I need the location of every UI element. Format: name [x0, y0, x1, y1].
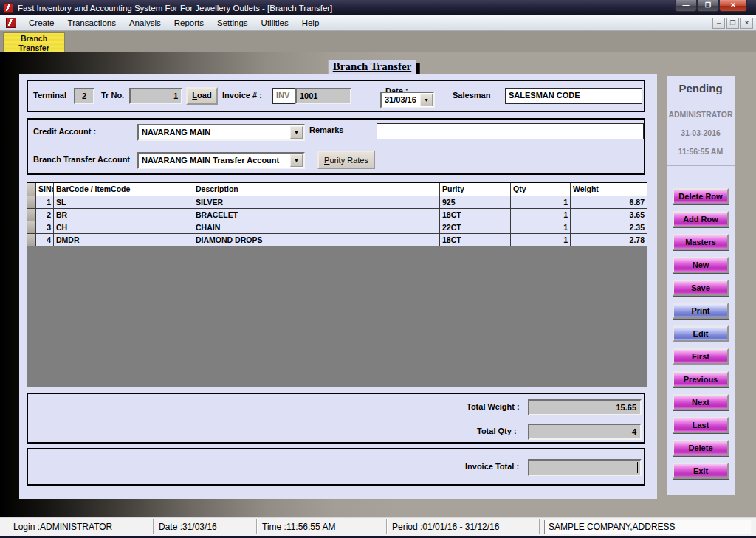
grid-cell-weight[interactable]: 3.65 [571, 209, 647, 221]
grid-cell-weight[interactable]: 6.87 [571, 196, 647, 208]
grid-cell-description[interactable]: DIAMOND DROPS [193, 234, 440, 246]
grid-cell-qty[interactable]: 1 [511, 196, 571, 208]
menu-item-settings[interactable]: Settings [210, 16, 255, 30]
grid-cell-purity[interactable]: 18CT [440, 234, 511, 246]
date-value: 31/03/16 [385, 95, 416, 104]
statusbar-login: Login :ADMINISTRATOR [13, 522, 112, 532]
row-selector[interactable] [27, 209, 36, 221]
print-button[interactable]: Print [673, 303, 729, 319]
grid-column-header[interactable]: SlNo [36, 183, 54, 196]
next-button[interactable]: Next [673, 394, 729, 410]
grid-cell-code[interactable]: CH [54, 221, 193, 233]
row-selector[interactable] [27, 196, 36, 208]
load-button[interactable]: Load [186, 87, 218, 105]
grid-cell-code[interactable]: DMDR [54, 234, 193, 246]
grid-cell-code[interactable]: SL [54, 196, 193, 208]
branch-transfer-form: Terminal 2 Tr No. 1 Load Invoice # : INV… [19, 74, 657, 499]
last-button[interactable]: Last [673, 417, 729, 433]
grid-column-header[interactable]: Purity [440, 183, 511, 196]
grid-cell-purity[interactable]: 925 [440, 196, 511, 208]
grid-cell-qty[interactable]: 1 [511, 209, 571, 221]
exit-button[interactable]: Exit [673, 463, 729, 479]
branch-transfer-account-combo[interactable]: NAVARANG MAIN Transfer Account ▼ [137, 152, 305, 169]
total-weight-label: Total Weight : [467, 402, 520, 411]
delete-button[interactable]: Delete [673, 440, 729, 456]
grid-cell-purity[interactable]: 22CT [440, 221, 511, 233]
grid-cell-description[interactable]: CHAIN [193, 221, 440, 233]
chevron-down-icon[interactable]: ▼ [290, 154, 303, 167]
grid-cell-slno[interactable]: 4 [36, 234, 54, 246]
grid-cell-weight[interactable]: 2.78 [571, 234, 647, 246]
items-grid: SlNoBarCode / ItemCodeDescriptionPurityQ… [27, 182, 647, 387]
purity-rates-button[interactable]: Purity Rates [317, 151, 375, 169]
invoice-number-field[interactable]: 1001 [295, 88, 351, 104]
sidebar-date: 31-03-2016 [667, 128, 735, 137]
menu-item-reports[interactable]: Reports [168, 16, 210, 30]
save-button[interactable]: Save [673, 280, 729, 296]
remarks-field[interactable] [377, 123, 644, 139]
table-row[interactable]: 3CHCHAIN22CT12.35 [27, 221, 647, 234]
grid-column-header[interactable]: BarCode / ItemCode [54, 183, 193, 196]
row-selector[interactable] [27, 234, 36, 246]
credit-account-combo[interactable]: NAVARANG MAIN ▼ [137, 124, 305, 141]
grid-column-header[interactable]: Qty [511, 183, 571, 196]
branch-transfer-account-label: Branch Transfer Account [33, 155, 130, 164]
minimize-button[interactable]: — [675, 0, 697, 12]
previous-button[interactable]: Previous [673, 371, 729, 387]
menu-item-utilities[interactable]: Utilities [255, 16, 295, 30]
terminal-label: Terminal [33, 91, 66, 100]
grid-column-header[interactable]: Description [193, 183, 440, 196]
grid-cell-qty[interactable]: 1 [511, 221, 571, 233]
tab-branch-transfer[interactable]: Branch Transfer [3, 32, 65, 52]
restore-button[interactable]: ❐ [697, 0, 719, 12]
sidebar-time: 11:56:55 AM [667, 147, 735, 156]
date-combo[interactable]: 31/03/16 ▼ [380, 92, 435, 108]
first-button[interactable]: First [673, 348, 729, 365]
grid-cell-purity[interactable]: 18CT [440, 209, 511, 221]
mdi-close-button[interactable]: ✕ [740, 18, 753, 29]
invoice-prefix-field[interactable]: INV [272, 88, 295, 104]
trno-field[interactable]: 1 [129, 88, 182, 104]
menu-item-help[interactable]: Help [295, 16, 326, 30]
text-cursor [637, 462, 638, 473]
chevron-down-icon[interactable]: ▼ [420, 94, 433, 106]
edit-button[interactable]: Edit [673, 325, 729, 342]
menu-item-transactions[interactable]: Transactions [61, 16, 123, 30]
menu-item-analysis[interactable]: Analysis [123, 16, 168, 30]
mdi-restore-button[interactable]: ❐ [726, 18, 739, 29]
grid-cell-slno[interactable]: 1 [36, 196, 54, 208]
statusbar-divider [256, 519, 258, 534]
grid-column-header[interactable]: Weight [571, 183, 647, 196]
table-row[interactable]: 2BRBRACELET18CT13.65 [27, 209, 647, 221]
grid-header: SlNoBarCode / ItemCodeDescriptionPurityQ… [27, 183, 647, 196]
invoice-total-field[interactable] [528, 459, 642, 476]
invoice-total-label: Invoice Total : [465, 462, 519, 471]
total-weight-field: 15.65 [528, 399, 642, 415]
invoice-label: Invoice # : [222, 91, 262, 100]
salesman-field[interactable]: SALESMAN CODE [505, 88, 642, 104]
grid-cell-code[interactable]: BR [54, 209, 193, 221]
accounts-groupbox: Credit Account : NAVARANG MAIN ▼ Remarks… [27, 118, 645, 175]
grid-cell-qty[interactable]: 1 [511, 234, 571, 246]
grid-cell-description[interactable]: SILVER [193, 196, 440, 208]
menu-item-create[interactable]: Create [22, 16, 61, 30]
grid-cell-slno[interactable]: 2 [36, 209, 54, 221]
row-selector[interactable] [27, 221, 36, 233]
terminal-field[interactable]: 2 [74, 88, 94, 104]
new-button[interactable]: New [673, 257, 729, 273]
grid-cell-description[interactable]: BRACELET [193, 209, 440, 221]
statusbar-divider [539, 519, 540, 534]
close-button[interactable]: ✕ [719, 0, 747, 12]
grid-cell-slno[interactable]: 3 [36, 221, 54, 233]
remarks-label: Remarks [309, 125, 343, 134]
mdi-minimize-button[interactable]: – [712, 18, 725, 29]
grid-cell-weight[interactable]: 2.35 [571, 221, 647, 233]
masters-button[interactable]: Masters [673, 234, 729, 250]
add-row-button[interactable]: Add Row [673, 211, 729, 227]
sidebar-divider [667, 165, 735, 166]
tab-strip: Branch Transfer [0, 31, 756, 52]
chevron-down-icon[interactable]: ▼ [290, 126, 303, 139]
table-row[interactable]: 4DMDRDIAMOND DROPS18CT12.78 [27, 234, 647, 246]
delete-row-button[interactable]: Delete Row [673, 188, 729, 204]
table-row[interactable]: 1SLSILVER92516.87 [27, 196, 647, 209]
